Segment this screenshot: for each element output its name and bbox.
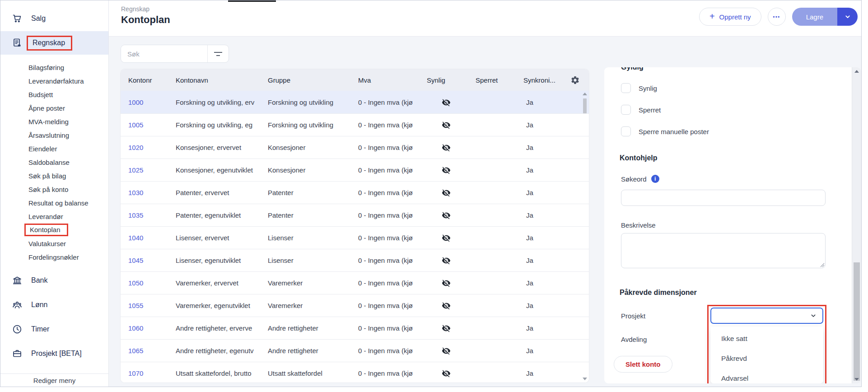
sidebar-item-prosjekt[interactable]: Prosjekt [BETA]	[0, 341, 108, 366]
checkbox-label: Sperre manuelle poster	[639, 128, 709, 135]
column-header-gruppe[interactable]: Gruppe	[268, 76, 358, 84]
kontonr-link[interactable]: 1000	[128, 98, 176, 106]
delete-account-button[interactable]: Slett konto	[614, 356, 672, 373]
table-scrollbar-thumb[interactable]	[583, 98, 587, 113]
mva-cell: 0 - Ingen mva (kjø	[358, 189, 427, 196]
kontonr-link[interactable]: 1050	[128, 279, 176, 287]
sidebar-item-regnskap[interactable]: Regnskap	[0, 31, 108, 55]
sidebar-item-eiendeler[interactable]: Eiendeler	[28, 142, 108, 155]
filter-button[interactable]	[207, 45, 229, 62]
visibility-off-icon	[442, 166, 451, 175]
visibility-off-icon	[442, 369, 451, 378]
info-icon[interactable]: i	[651, 175, 659, 183]
checkbox-row-sperre-manuelle-poster[interactable]: Sperre manuelle poster	[621, 126, 709, 136]
column-header-kontonavn[interactable]: Kontonavn	[176, 76, 268, 84]
table-row[interactable]: 1005Forskning og utvikling, egForskning …	[121, 113, 589, 136]
save-button[interactable]: Lagre	[792, 8, 837, 26]
sidebar-item-salg[interactable]: Salg	[0, 6, 108, 31]
table-row[interactable]: 1050Varemerker, ervervetVaremerker0 - In…	[121, 271, 589, 294]
sokeord-input[interactable]	[621, 190, 826, 206]
kontonr-link[interactable]: 1060	[128, 324, 176, 332]
table-row[interactable]: 1020Konsesjoner, ervervetKonsesjoner0 - …	[121, 136, 589, 159]
kontonr-link[interactable]: 1020	[128, 144, 176, 151]
table-row[interactable]: 1060Andre rettigheter, erverveAndre rett…	[121, 317, 589, 339]
checkbox[interactable]	[621, 83, 631, 93]
table-row[interactable]: 1045Lisenser, egenutvikletLisenser0 - In…	[121, 249, 589, 271]
sidebar-item-kontoplan[interactable]: Kontoplan	[28, 223, 108, 237]
save-dropdown-button[interactable]	[837, 8, 858, 26]
mva-cell: 0 - Ingen mva (kjø	[358, 121, 427, 129]
panel-scrollbar[interactable]	[852, 67, 861, 383]
visibility-off-icon	[442, 211, 451, 220]
table-row[interactable]: 1055Varemerker, egenutvikletVaremerker0 …	[121, 294, 589, 317]
breadcrumb[interactable]: Regnskap	[121, 5, 149, 13]
sidebar-item-bank[interactable]: Bank	[0, 268, 108, 293]
column-header-sperret[interactable]: Sperret	[476, 76, 523, 84]
checkbox-row-synlig[interactable]: Synlig	[621, 83, 709, 93]
cart-icon	[12, 13, 23, 24]
sidebar-item-s-k-p-konto[interactable]: Søk på konto	[28, 182, 108, 196]
kontonr-link[interactable]: 1025	[128, 166, 176, 174]
table-row[interactable]: 1035Patenter, egenutvikletPatenter0 - In…	[121, 204, 589, 226]
kontonr-link[interactable]: 1030	[128, 189, 176, 196]
kontonr-link[interactable]: 1070	[128, 369, 176, 377]
kontonr-link[interactable]: 1035	[128, 211, 176, 219]
checkbox[interactable]	[621, 105, 631, 115]
sidebar-item-saldobalanse[interactable]: Saldobalanse	[28, 155, 108, 169]
sidebar-item-resultat-og-balanse[interactable]: Resultat og balanse	[28, 196, 108, 210]
sidebar-item-leverand-rfaktura[interactable]: Leverandørfaktura	[28, 74, 108, 88]
sidebar-item-timer[interactable]: Timer	[0, 317, 108, 341]
prosjekt-select[interactable]	[710, 308, 823, 324]
beskrivelse-textarea[interactable]	[621, 233, 826, 268]
search-input[interactable]	[121, 45, 207, 62]
gruppe-cell: Varemerker	[268, 302, 358, 309]
kontonr-link[interactable]: 1065	[128, 347, 176, 355]
sidebar-item-lonn[interactable]: Lønn	[0, 293, 108, 317]
column-header-kontonr[interactable]: Kontonr	[128, 76, 176, 84]
column-header-mva[interactable]: Mva	[358, 76, 427, 84]
table-row[interactable]: 1040Lisenser, ervervetLisenser0 - Ingen …	[121, 226, 589, 249]
checkbox[interactable]	[621, 126, 631, 136]
sidebar-item-fordelingsn-kler[interactable]: Fordelingsnøkler	[28, 250, 108, 264]
table-settings-button[interactable]	[570, 75, 580, 85]
kontonr-link[interactable]: 1055	[128, 302, 176, 309]
panel-scrollbar-thumb[interactable]	[854, 262, 860, 381]
visibility-off-icon	[442, 233, 451, 243]
kontonr-link[interactable]: 1005	[128, 121, 176, 129]
sidebar-item-bilagsf-ring[interactable]: Bilagsføring	[28, 61, 108, 74]
scroll-down-arrow[interactable]	[583, 378, 587, 380]
sidebar-item-leverand-r[interactable]: Leverandør	[28, 210, 108, 223]
sidebar-item-label: Eiendeler	[28, 145, 57, 153]
people-icon	[12, 299, 23, 310]
kontonr-link[interactable]: 1045	[128, 257, 176, 264]
table-row[interactable]: 1000Forskning og utvikling, ervForskning…	[121, 91, 589, 113]
table-row[interactable]: 1030Patenter, ervervetPatenter0 - Ingen …	[121, 181, 589, 204]
top-accent-bar	[228, 0, 276, 2]
table-row[interactable]: 1065Andre rettigheter, egenutvAndre rett…	[121, 339, 589, 362]
scroll-up-arrow[interactable]	[854, 70, 859, 73]
dropdown-option-advarsel[interactable]: Advarsel	[710, 369, 823, 383]
column-header-synlig[interactable]: Synlig	[427, 76, 476, 84]
table-row[interactable]: 1025Konsesjoner, egenutvikletKonsesjoner…	[121, 159, 589, 181]
synkronisert-cell: Ja	[523, 369, 569, 377]
dropdown-option-ikke-satt[interactable]: Ikke satt	[710, 329, 823, 349]
table-scrollbar[interactable]	[582, 93, 588, 380]
checkbox-row-sperret[interactable]: Sperret	[621, 105, 709, 115]
create-new-button[interactable]: + Opprett ny	[699, 8, 761, 26]
column-header-synkronisert[interactable]: Synkroni...	[523, 76, 569, 84]
chevron-down-icon	[810, 312, 817, 319]
sidebar-item-pne-poster[interactable]: Åpne poster	[28, 101, 108, 115]
sidebar-item-valutakurser[interactable]: Valutakurser	[28, 237, 108, 250]
scroll-down-arrow[interactable]	[854, 378, 859, 381]
more-actions-button[interactable]: •••	[768, 8, 786, 26]
sidebar-item-rsavslutning[interactable]: Årsavslutning	[28, 128, 108, 142]
table-row[interactable]: 1070Utsatt skattefordel, bruttoUtsatt sk…	[121, 362, 589, 383]
sidebar-item-s-k-p-bilag[interactable]: Søk på bilag	[28, 169, 108, 182]
edit-menu-button[interactable]: Rediger meny	[0, 373, 108, 387]
scroll-up-arrow[interactable]	[583, 93, 587, 95]
kontonr-link[interactable]: 1040	[128, 234, 176, 242]
dropdown-option-p-krevd[interactable]: Påkrevd	[710, 349, 823, 369]
sidebar-item-budsjett[interactable]: Budsjett	[28, 88, 108, 101]
sidebar-item-label: Fordelingsnøkler	[28, 253, 79, 261]
sidebar-item-mva-melding[interactable]: MVA-melding	[28, 115, 108, 128]
